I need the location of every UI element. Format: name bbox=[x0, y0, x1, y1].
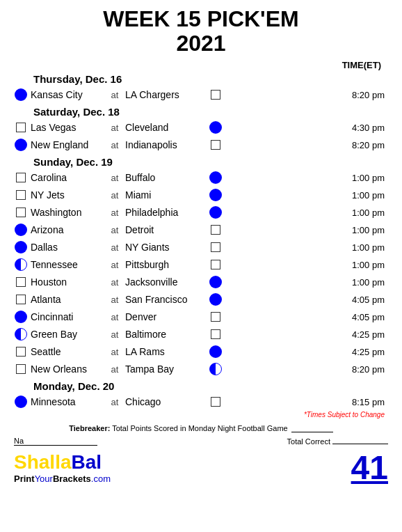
team1-pick[interactable] bbox=[14, 171, 28, 184]
checkbox[interactable] bbox=[16, 364, 26, 374]
team1-pick[interactable] bbox=[14, 396, 28, 408]
game-time: 1:00 pm bbox=[339, 173, 388, 183]
checkbox[interactable] bbox=[211, 225, 220, 235]
team1-pick[interactable] bbox=[14, 363, 28, 375]
team1-pick[interactable] bbox=[14, 139, 28, 151]
team1-name: Dallas bbox=[31, 242, 107, 253]
team2-pick[interactable] bbox=[209, 260, 223, 269]
team1-pick[interactable] bbox=[14, 224, 28, 236]
at-text: at bbox=[107, 242, 122, 253]
team2-name: Tampa Bay bbox=[125, 363, 209, 375]
game-time: 8:20 pm bbox=[339, 140, 388, 150]
team2-pick[interactable] bbox=[209, 206, 223, 219]
checkbox[interactable] bbox=[16, 295, 26, 304]
games-container: Thursday, Dec. 16Kansas CityatLA Charger… bbox=[14, 73, 388, 410]
team1-name: Arizona bbox=[31, 224, 107, 235]
team2-section: LA Chargers bbox=[122, 89, 339, 100]
checkbox[interactable] bbox=[16, 173, 26, 182]
checkbox[interactable] bbox=[211, 397, 220, 407]
team1-pick[interactable] bbox=[14, 328, 28, 341]
at-text: at bbox=[107, 397, 122, 407]
checkbox[interactable] bbox=[16, 190, 26, 200]
team1-pick[interactable] bbox=[14, 276, 28, 288]
team1-name: Washington bbox=[31, 207, 107, 218]
game-row: New EnglandatIndianapolis8:20 pm bbox=[14, 136, 388, 153]
half-circle bbox=[209, 363, 222, 375]
checkbox[interactable] bbox=[211, 312, 220, 322]
team2-section: Tampa Bay bbox=[122, 363, 339, 375]
game-row: DallasatNY Giants1:00 pm bbox=[14, 239, 388, 256]
checkbox[interactable] bbox=[16, 123, 26, 132]
team1-pick[interactable] bbox=[14, 258, 28, 271]
score-display: 41 bbox=[351, 448, 388, 487]
team1-name: Kansas City bbox=[31, 89, 107, 100]
checkbox[interactable] bbox=[211, 329, 220, 339]
team2-name: Jacksonville bbox=[125, 276, 209, 288]
name-section: Na bbox=[14, 437, 97, 446]
team1-pick[interactable] bbox=[14, 293, 28, 306]
team2-name: NY Giants bbox=[125, 242, 209, 253]
team2-name: Indianapolis bbox=[125, 139, 209, 150]
filled-circle bbox=[15, 224, 27, 236]
at-text: at bbox=[107, 90, 122, 100]
checkbox[interactable] bbox=[211, 260, 220, 269]
team2-pick[interactable] bbox=[209, 242, 223, 252]
checkbox[interactable] bbox=[16, 347, 26, 357]
team2-pick[interactable] bbox=[209, 329, 223, 339]
team2-name: Buffalo bbox=[125, 172, 209, 183]
team2-pick[interactable] bbox=[209, 140, 223, 150]
team2-section: Cleveland bbox=[122, 121, 339, 134]
checkbox[interactable] bbox=[211, 140, 220, 150]
shallaballa-logo: ShallaBal bbox=[14, 451, 102, 474]
team2-name: LA Rams bbox=[125, 346, 209, 357]
team2-section: Buffalo bbox=[122, 171, 339, 184]
team2-pick[interactable] bbox=[209, 397, 223, 407]
team2-name: Denver bbox=[125, 311, 209, 322]
at-text: at bbox=[107, 123, 122, 133]
checkbox[interactable] bbox=[16, 208, 26, 217]
filled-circle bbox=[209, 171, 222, 184]
checkbox[interactable] bbox=[16, 277, 26, 287]
tiebreaker-line bbox=[291, 432, 333, 432]
checkbox[interactable] bbox=[211, 242, 220, 252]
team1-name: Houston bbox=[31, 276, 107, 288]
at-text: at bbox=[107, 260, 122, 270]
team2-name: Miami bbox=[125, 189, 209, 201]
team2-pick[interactable] bbox=[209, 90, 223, 100]
game-time: 1:00 pm bbox=[339, 190, 388, 201]
team2-name: Chicago bbox=[125, 396, 209, 407]
filled-circle bbox=[15, 311, 27, 323]
team2-pick[interactable] bbox=[209, 121, 223, 134]
team2-pick[interactable] bbox=[209, 171, 223, 184]
team2-pick[interactable] bbox=[209, 345, 223, 358]
team2-pick[interactable] bbox=[209, 276, 223, 288]
team2-pick[interactable] bbox=[209, 363, 223, 375]
team2-section: Chicago bbox=[122, 396, 339, 407]
team2-pick[interactable] bbox=[209, 189, 223, 201]
game-row: TennesseeatPittsburgh1:00 pm bbox=[14, 256, 388, 273]
game-time: 8:20 pm bbox=[339, 364, 388, 375]
checkbox[interactable] bbox=[211, 90, 220, 100]
team2-pick[interactable] bbox=[209, 312, 223, 322]
team1-pick[interactable] bbox=[14, 121, 28, 134]
filled-circle bbox=[209, 276, 222, 288]
team2-pick[interactable] bbox=[209, 293, 223, 306]
team1-pick[interactable] bbox=[14, 88, 28, 101]
game-row: SeattleatLA Rams4:25 pm bbox=[14, 343, 388, 360]
team1-pick[interactable] bbox=[14, 241, 28, 253]
team2-pick[interactable] bbox=[209, 225, 223, 235]
game-time: 1:00 pm bbox=[339, 277, 388, 288]
team1-pick[interactable] bbox=[14, 206, 28, 219]
team1-pick[interactable] bbox=[14, 345, 28, 358]
team1-pick[interactable] bbox=[14, 311, 28, 323]
bottom-section: ShallaBal PrintYourBrackets.com 41 bbox=[14, 448, 388, 487]
at-text: at bbox=[107, 173, 122, 183]
name-line bbox=[14, 445, 97, 446]
team1-pick[interactable] bbox=[14, 189, 28, 201]
game-row: HoustonatJacksonville1:00 pm bbox=[14, 274, 388, 290]
team1-name: Atlanta bbox=[31, 294, 107, 305]
game-time: 4:25 pm bbox=[339, 347, 388, 357]
logo-area: ShallaBal PrintYourBrackets.com bbox=[14, 451, 111, 484]
half-circle bbox=[15, 258, 27, 271]
game-row: Green BayatBaltimore4:25 pm bbox=[14, 326, 388, 343]
